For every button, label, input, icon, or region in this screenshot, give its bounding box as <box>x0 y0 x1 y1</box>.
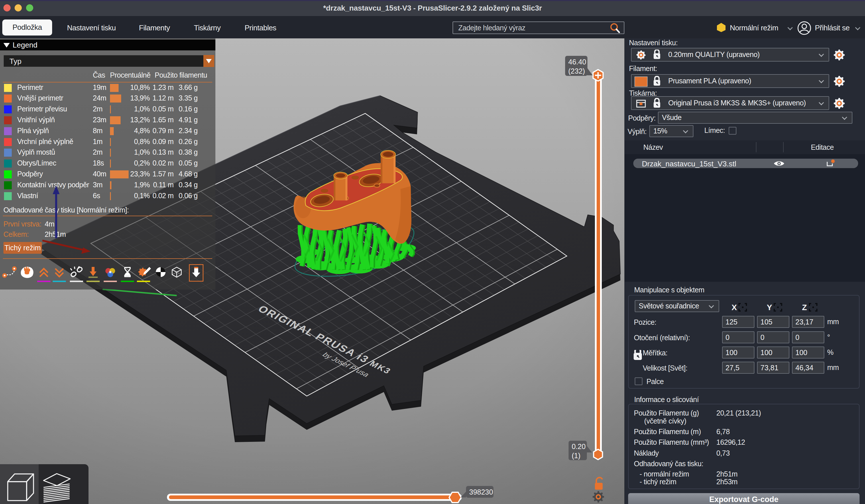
svg-text:(1): (1) <box>572 452 580 460</box>
svg-text:46.40: 46.40 <box>568 58 586 66</box>
svg-text:398230: 398230 <box>469 488 493 496</box>
svg-text:0.20: 0.20 <box>572 443 586 450</box>
svg-text:(232): (232) <box>568 67 585 75</box>
